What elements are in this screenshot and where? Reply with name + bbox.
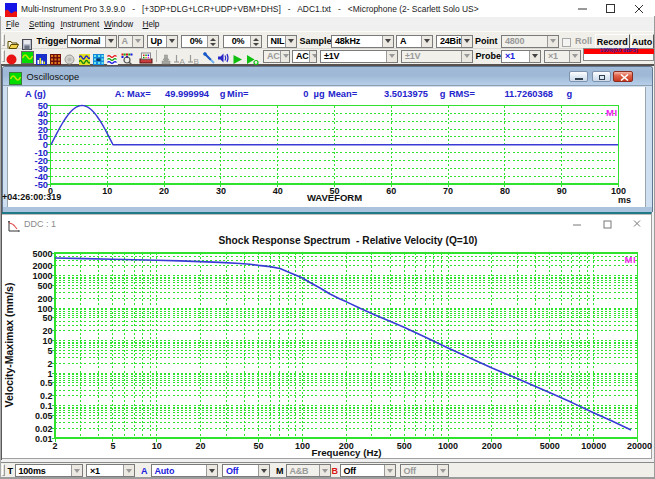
- svg-text:200: 200: [37, 294, 52, 304]
- svg-text:20: 20: [42, 326, 52, 336]
- svg-text:1000: 1000: [32, 271, 52, 281]
- svg-text:30: 30: [216, 186, 226, 196]
- svg-text:2000: 2000: [32, 261, 52, 271]
- svg-text:1000: 1000: [438, 441, 458, 451]
- svg-text:50: 50: [254, 441, 264, 451]
- svg-text:500: 500: [397, 441, 412, 451]
- svg-text:MI: MI: [625, 254, 637, 265]
- svg-text:40: 40: [273, 186, 283, 196]
- svg-text:500: 500: [37, 281, 52, 291]
- svg-text:g: g: [566, 89, 572, 99]
- svg-text:Min=: Min=: [227, 89, 249, 99]
- svg-text:-50: -50: [35, 180, 48, 190]
- svg-text:60: 60: [386, 186, 396, 196]
- svg-text:Frequency (Hz): Frequency (Hz): [312, 447, 382, 458]
- svg-text:20: 20: [159, 186, 169, 196]
- svg-text:0: 0: [303, 89, 308, 99]
- svg-text:90: 90: [557, 186, 567, 196]
- svg-text:A: A: [180, 57, 186, 65]
- svg-text:0.2: 0.2: [40, 391, 53, 401]
- svg-text:g: g: [440, 89, 446, 99]
- svg-text:Shock Response Spectrum - Rel: Shock Response Spectrum - Relative Veloc…: [218, 235, 477, 246]
- svg-text:5000: 5000: [540, 441, 560, 451]
- svg-text:0.02: 0.02: [35, 424, 53, 434]
- svg-text:A (g): A (g): [25, 89, 46, 99]
- svg-text:20000: 20000: [627, 441, 652, 451]
- svg-text:10: 10: [152, 441, 162, 451]
- svg-text:5000: 5000: [32, 249, 52, 259]
- svg-text:WAVEFORM: WAVEFORM: [307, 192, 362, 203]
- svg-text:MI: MI: [606, 107, 618, 118]
- svg-text:70: 70: [443, 186, 453, 196]
- svg-text:B: B: [194, 57, 199, 65]
- svg-text:10000: 10000: [581, 441, 606, 451]
- svg-text:A: Max=: A: Max=: [115, 89, 151, 99]
- svg-text:5: 5: [47, 346, 52, 356]
- svg-text:2: 2: [52, 441, 57, 451]
- svg-text:1: 1: [47, 369, 52, 379]
- svg-text:0.05: 0.05: [35, 411, 53, 421]
- svg-text:100: 100: [37, 304, 52, 314]
- svg-text:49.999994: 49.999994: [165, 89, 210, 99]
- svg-text:50: 50: [42, 313, 52, 323]
- svg-text:Velocity-Maximax (mm/s): Velocity-Maximax (mm/s): [3, 283, 15, 408]
- svg-text:µg: µg: [314, 89, 325, 99]
- svg-text:5: 5: [110, 441, 115, 451]
- svg-text:ms: ms: [618, 195, 631, 205]
- svg-text:0.5: 0.5: [40, 378, 53, 388]
- svg-text:20: 20: [196, 441, 206, 451]
- svg-text:80: 80: [500, 186, 510, 196]
- svg-text:+04:26:00:319: +04:26:00:319: [2, 192, 61, 202]
- svg-text:10: 10: [42, 336, 52, 346]
- svg-text:10: 10: [102, 186, 112, 196]
- svg-text:3.5013975: 3.5013975: [384, 89, 428, 99]
- svg-text:0.1: 0.1: [40, 401, 53, 411]
- svg-text:RMS=: RMS=: [449, 89, 476, 99]
- svg-text:0.01: 0.01: [35, 434, 53, 444]
- svg-text:g: g: [220, 89, 226, 99]
- svg-text:2: 2: [47, 359, 52, 369]
- svg-text:100: 100: [295, 441, 310, 451]
- svg-text:Mean=: Mean=: [328, 89, 358, 99]
- svg-text:11.7260368: 11.7260368: [504, 89, 553, 99]
- svg-text:2000: 2000: [482, 441, 502, 451]
